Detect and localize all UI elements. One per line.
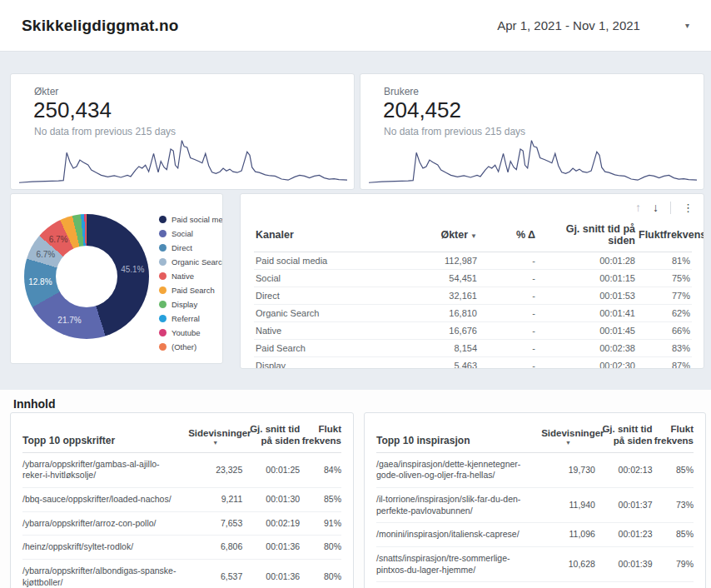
- channels-table-card: ↑ ↓ ⋮ KanalerØkter▼% ΔGj. snitt tid på s…: [240, 193, 704, 369]
- table-cell: 75%: [637, 270, 692, 287]
- column-header[interactable]: % Δ: [479, 217, 537, 252]
- table-cell: -: [479, 305, 537, 322]
- table-cell: 85%: [652, 452, 694, 487]
- legend-item[interactable]: Paid Search: [159, 286, 223, 295]
- column-header[interactable]: Fluktfrekvens: [637, 217, 692, 252]
- table-cell: 77%: [637, 287, 692, 305]
- top-recipes-table: Topp 10 oppskrifterSidevisninger▼Gj. sni…: [22, 415, 341, 588]
- table-cell: -: [479, 322, 537, 340]
- report-header: Skikkeligdiggmat.no Apr 1, 2021 - Nov 1,…: [0, 0, 711, 52]
- legend-item[interactable]: (Other): [159, 342, 223, 351]
- legend-color-dot-icon: [159, 301, 167, 308]
- table-cell: /heinz/oppskrift/syltet-rodlok/: [22, 536, 188, 560]
- table-row: /bbq-sauce/oppskrifter/loaded-nachos/9,2…: [22, 488, 341, 512]
- table-cell: 19,730: [541, 452, 595, 487]
- date-range-picker[interactable]: Apr 1, 2021 - Nov 1, 2021 ▾: [497, 18, 689, 32]
- column-header[interactable]: Sidevisninger▼: [188, 415, 242, 452]
- table-row: /ybarra/oppskrifter/gambas-al-ajillo-rek…: [22, 452, 341, 487]
- table-cell: 112,987: [391, 252, 479, 270]
- table-row: Direct32,161-00:01:5377%: [254, 287, 692, 305]
- table-cell: 75%: [652, 582, 694, 588]
- legend-color-dot-icon: [159, 329, 167, 336]
- column-header[interactable]: Kanaler: [254, 217, 391, 252]
- table-cell: /ybarra/oppskrifter/arroz-con-pollo/: [22, 511, 188, 536]
- scorecard-users: Brukere 204,452 No data from previous 21…: [360, 73, 704, 190]
- table-cell: /ybarra/inspirasjon/slik-dekker-du-et-en…: [376, 582, 541, 588]
- sort-descending-icon[interactable]: ↓: [653, 202, 659, 213]
- dashboard-page: Skikkeligdiggmat.no Apr 1, 2021 - Nov 1,…: [0, 0, 711, 588]
- table-cell: 00:01:45: [537, 322, 637, 340]
- top-inspiration-card: Topp 10 inspirasjonSidevisninger▼Gj. sni…: [364, 412, 706, 588]
- table-cell: 8,154: [391, 340, 479, 357]
- table-cell: Display: [254, 357, 391, 370]
- donut-legend: Paid social mediaSocialDirectOrganic Sea…: [159, 215, 223, 356]
- legend-label: Display: [172, 300, 197, 309]
- column-header[interactable]: Økter▼: [391, 217, 479, 252]
- table-header-row: Topp 10 inspirasjonSidevisninger▼Gj. sni…: [376, 415, 694, 452]
- column-header[interactable]: Flukt frekvens: [300, 415, 341, 452]
- scorecard-value: 250,434: [33, 97, 112, 123]
- table-cell: 00:02:38: [537, 340, 637, 357]
- table-cell: 00:01:39: [595, 546, 653, 581]
- table-row: Social54,451-00:01:1575%: [254, 270, 692, 287]
- table-cell: 00:02:13: [595, 452, 653, 487]
- table-cell: -: [479, 287, 537, 305]
- column-header[interactable]: Sidevisninger▼: [541, 415, 595, 452]
- legend-item[interactable]: Native: [159, 272, 223, 281]
- table-cell: -: [479, 252, 537, 270]
- table-row: Display5,463-00:02:3087%: [254, 357, 692, 370]
- table-row: /snatts/inspirasjon/tre-sommerlige-pintx…: [376, 546, 694, 581]
- table-cell: 9,211: [188, 488, 242, 512]
- table-toolbar: ↑ ↓ ⋮: [624, 198, 694, 217]
- legend-label: Social: [172, 229, 193, 238]
- table-cell: 62%: [637, 305, 692, 322]
- table-cell: -: [479, 340, 537, 357]
- table-cell: /snatts/inspirasjon/tre-sommerlige-pintx…: [376, 546, 541, 581]
- donut-slice-label: 6.7%: [49, 235, 68, 244]
- legend-item[interactable]: Organic Search: [159, 257, 223, 267]
- column-header[interactable]: Gj. snitt tid på siden: [595, 415, 653, 452]
- legend-color-dot-icon: [159, 230, 167, 237]
- table-cell: Direct: [254, 287, 391, 305]
- table-cell: /bbq-sauce/oppskrifter/loaded-nachos/: [22, 488, 188, 512]
- report-title: Skikkeligdiggmat.no: [22, 17, 179, 35]
- table-cell: 11,096: [541, 523, 595, 547]
- legend-label: Organic Search: [172, 257, 223, 267]
- legend-item[interactable]: Youtube: [159, 328, 223, 337]
- legend-color-dot-icon: [159, 287, 167, 294]
- sort-ascending-icon[interactable]: ↑: [635, 202, 641, 213]
- table-cell: 16,676: [391, 322, 479, 340]
- table-cell: 00:01:28: [537, 252, 637, 270]
- donut-slice-label: 21.7%: [57, 316, 81, 325]
- legend-color-dot-icon: [159, 244, 167, 252]
- legend-item[interactable]: Referral: [159, 314, 223, 323]
- table-row: Paid Search8,154-00:02:3883%: [254, 340, 692, 357]
- table-cell: 32,161: [391, 287, 479, 305]
- legend-item[interactable]: Direct: [159, 243, 223, 252]
- legend-item[interactable]: Display: [159, 300, 223, 309]
- sessions-sparkline-chart: [19, 137, 347, 186]
- table-cell: 11,940: [541, 488, 595, 523]
- legend-label: Referral: [172, 314, 200, 323]
- table-title-header[interactable]: Topp 10 inspirasjon: [376, 415, 541, 452]
- table-title-header[interactable]: Topp 10 oppskrifter: [22, 415, 188, 452]
- table-cell: 79%: [652, 546, 694, 581]
- more-options-icon[interactable]: ⋮: [683, 202, 694, 213]
- legend-color-dot-icon: [159, 216, 167, 223]
- legend-item[interactable]: Paid social media: [159, 215, 223, 224]
- table-cell: Paid Search: [254, 340, 391, 357]
- table-cell: 81%: [637, 252, 692, 270]
- legend-item[interactable]: Social: [159, 229, 223, 238]
- table-cell: 7,653: [188, 511, 242, 536]
- table-cell: /ybarra/oppskrifter/albondigas-spanske-k…: [22, 559, 188, 588]
- table-cell: 85%: [300, 488, 341, 512]
- sort-caret-icon: ▼: [188, 440, 242, 447]
- table-cell: 91%: [300, 511, 341, 536]
- column-header[interactable]: Flukt frekvens: [652, 415, 694, 452]
- legend-label: Youtube: [172, 328, 201, 337]
- column-header[interactable]: Gj. snitt tid på siden: [242, 415, 300, 452]
- table-cell: 00:01:37: [595, 488, 653, 523]
- top-recipes-card: Topp 10 oppskrifterSidevisninger▼Gj. sni…: [10, 412, 354, 588]
- column-header[interactable]: Gj. snitt tid på siden: [537, 217, 637, 252]
- users-sparkline-chart: [369, 137, 697, 186]
